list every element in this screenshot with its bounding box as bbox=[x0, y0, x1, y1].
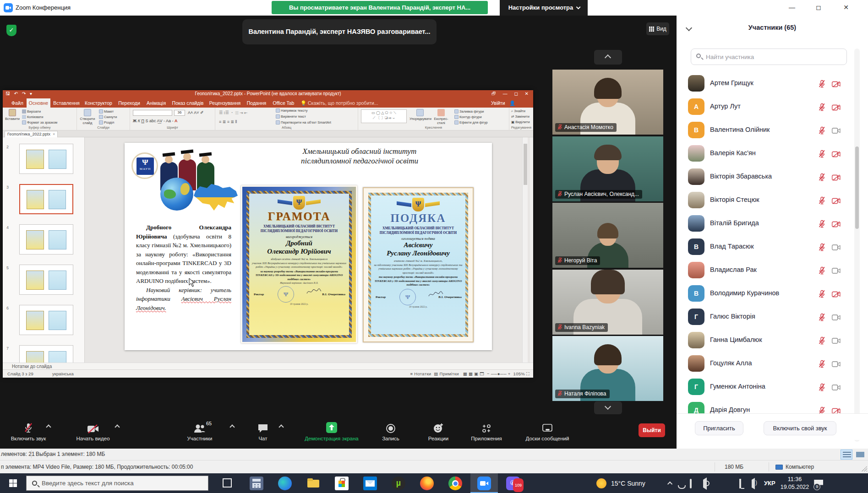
tray-feather-icon[interactable] bbox=[715, 480, 722, 487]
participant-row[interactable]: А Артур Лут bbox=[677, 95, 868, 119]
tab-animation[interactable]: Анімація bbox=[144, 98, 169, 108]
align-buttons[interactable]: ≡ ≣ ≡ ≣ ⫴ bbox=[219, 119, 237, 125]
participant-row[interactable]: В Володимир Курачинов bbox=[677, 282, 868, 305]
tab-design[interactable]: Конструктор bbox=[82, 98, 115, 108]
clock[interactable]: 11:3619.05.2022 bbox=[781, 476, 809, 491]
tab-close-icon[interactable]: × bbox=[53, 132, 55, 136]
firefox-app-icon[interactable] bbox=[420, 477, 434, 490]
shape-fill-button[interactable]: Заливка фігури bbox=[454, 109, 484, 114]
start-button[interactable] bbox=[0, 473, 26, 493]
format-painter-button[interactable]: Формат за зразком bbox=[22, 120, 57, 125]
participant-row[interactable]: Валерія Кас'ян bbox=[677, 142, 868, 165]
edge-app-icon[interactable] bbox=[278, 477, 292, 490]
ppt-signin[interactable]: Увійти bbox=[491, 98, 505, 108]
participant-row[interactable]: Г Гуменюк Антоніна bbox=[677, 375, 868, 399]
ppt-window-controls[interactable]: 🗗 — ◻ ✕ bbox=[491, 91, 531, 96]
document-tab[interactable]: Геополітика_2022.pptx× bbox=[5, 131, 58, 137]
quick-styles-button[interactable]: Експрес-стилі bbox=[431, 109, 451, 125]
select-button[interactable]: ▣ Виділити bbox=[511, 120, 530, 124]
start-video-button[interactable]: Начать видео bbox=[69, 422, 117, 441]
tab-insert[interactable]: Вставлення bbox=[52, 98, 81, 108]
security-shield-icon[interactable]: ✓ bbox=[6, 25, 16, 36]
leave-button[interactable]: Выйти bbox=[639, 423, 665, 437]
apps-button[interactable]: Приложения bbox=[467, 422, 506, 441]
thumbnail-view-toggle[interactable] bbox=[854, 450, 866, 460]
font-grow-shrink[interactable]: A˄ A˅ ✐ bbox=[188, 110, 204, 115]
tab-file[interactable]: Файл bbox=[9, 98, 26, 108]
tellme-box[interactable]: 💡 Скажіть, що потрібно зробити... bbox=[300, 98, 378, 108]
tab-home[interactable]: Основне bbox=[27, 98, 50, 108]
maximize-button[interactable]: ◻ bbox=[805, 0, 832, 16]
video-strip-collapse-button[interactable] bbox=[594, 50, 622, 65]
slide-thumbnail[interactable]: 3 bbox=[3, 184, 84, 215]
whiteboards-button[interactable]: Доски сообщений bbox=[515, 422, 579, 441]
tray-defender-shield-icon[interactable] bbox=[727, 480, 734, 487]
calculator-app-icon[interactable] bbox=[250, 477, 263, 490]
participant-row[interactable]: Ганна Цимбалюк bbox=[677, 329, 868, 352]
chat-options-chevron[interactable] bbox=[278, 424, 284, 429]
unmute-self-button[interactable]: Включить свой звук bbox=[764, 421, 836, 435]
taskbar-search[interactable] bbox=[26, 476, 208, 491]
participant-search[interactable] bbox=[691, 49, 847, 65]
tray-mic-icon[interactable] bbox=[677, 480, 685, 487]
align-text-button[interactable]: Вирівняти текст bbox=[276, 114, 306, 119]
record-button[interactable]: Запись bbox=[375, 422, 407, 441]
slide-thumbnail[interactable]: 6 bbox=[3, 305, 84, 336]
zoom-app-taskbar-active[interactable] bbox=[470, 473, 498, 493]
font-size-box[interactable]: 36 bbox=[174, 110, 185, 116]
unmute-button[interactable]: Включить звук bbox=[4, 422, 53, 441]
utorrent-app-icon[interactable]: µ bbox=[392, 477, 405, 490]
participant-row[interactable]: В Валентина Олійник bbox=[677, 119, 868, 142]
participants-options-chevron[interactable] bbox=[229, 424, 235, 429]
tray-speaker-icon[interactable] bbox=[702, 480, 710, 487]
participant-row[interactable]: Гоцуляк Алла bbox=[677, 352, 868, 375]
language-indicator[interactable]: українська bbox=[52, 371, 74, 376]
minimize-button[interactable]: — bbox=[779, 0, 805, 16]
view-settings-button[interactable]: Настройки просмотра bbox=[500, 0, 588, 16]
slide-thumbnail[interactable]: 2 bbox=[3, 144, 84, 175]
participant-row[interactable]: Артем Грищук bbox=[677, 72, 868, 95]
slide-thumbnail[interactable]: 4 bbox=[3, 224, 84, 255]
find-button[interactable]: ⌕ Знайти bbox=[511, 109, 525, 114]
tray-network-icon[interactable] bbox=[739, 480, 747, 487]
section-button[interactable]: Розділ bbox=[99, 120, 114, 125]
reactions-button[interactable]: Реакции bbox=[422, 422, 454, 441]
tray-volume-icon[interactable] bbox=[752, 480, 759, 487]
participant-row[interactable]: В Влад Тарасюк bbox=[677, 235, 868, 259]
text-direction-button[interactable]: Напрямок тексту bbox=[276, 108, 307, 113]
invite-button[interactable]: Пригласить bbox=[695, 421, 743, 435]
tab-officetab[interactable]: Office Tab bbox=[270, 98, 297, 108]
tray-camera-icon[interactable] bbox=[690, 480, 697, 487]
slide-thumbnail[interactable]: 7 bbox=[3, 345, 84, 363]
tab-view[interactable]: Подання bbox=[245, 98, 268, 108]
participant-row[interactable]: Віталій Бригида bbox=[677, 212, 868, 235]
share-screen-button[interactable]: Демонстрация экрана bbox=[293, 422, 370, 441]
layout-button[interactable]: Макет bbox=[99, 109, 114, 114]
tab-review[interactable]: Рецензування bbox=[207, 98, 243, 108]
ppt-notes-bar[interactable]: Нотатки до слайда bbox=[3, 363, 533, 369]
participants-scrollbar[interactable] bbox=[854, 49, 860, 442]
participants-button[interactable]: 65 Участники bbox=[177, 422, 223, 441]
shapes-gallery[interactable]: ▭ ◯ △ ⬠ ☆ ⟍⟋ 〔 〕❏ ⇨ ⌣ bbox=[361, 109, 407, 123]
view-button[interactable]: Вид bbox=[646, 22, 669, 35]
thumbnail-scrollbar[interactable] bbox=[530, 137, 533, 363]
shape-outline-button[interactable]: Контур фігури bbox=[454, 115, 482, 119]
chrome-app-icon[interactable] bbox=[448, 477, 462, 490]
tray-expand-chevron-icon[interactable] bbox=[667, 481, 672, 486]
replace-button[interactable]: ⇄ Замінити bbox=[511, 114, 530, 119]
video-strip-scroll-down-button[interactable] bbox=[594, 401, 622, 414]
participant-row[interactable]: Владислав Рак bbox=[677, 259, 868, 282]
smartart-button[interactable]: Перетворити на об'єкт SmartArt bbox=[276, 120, 331, 125]
weather-widget[interactable]: 15°C Sunny bbox=[596, 473, 645, 493]
chat-button[interactable]: Чат bbox=[251, 422, 275, 441]
video-tile[interactable]: Анастасія Момотко bbox=[552, 70, 663, 135]
video-tile[interactable]: Руслан Авсієвич, Олександ... bbox=[552, 136, 663, 201]
participant-row[interactable]: Вікторія Збаравська bbox=[677, 165, 868, 189]
arrange-button[interactable]: Упорядкувати bbox=[409, 109, 431, 121]
slide-thumbnail[interactable]: 5 bbox=[3, 265, 84, 296]
microsoft-store-app-icon[interactable] bbox=[335, 477, 349, 490]
task-view-button[interactable] bbox=[221, 477, 235, 490]
video-tile[interactable]: Наталя Філіпова bbox=[552, 336, 663, 401]
slide[interactable]: Хмельницький обласний інститутпіслядипло… bbox=[125, 143, 492, 350]
participant-row[interactable]: Вікторія Стецюк bbox=[677, 189, 868, 212]
